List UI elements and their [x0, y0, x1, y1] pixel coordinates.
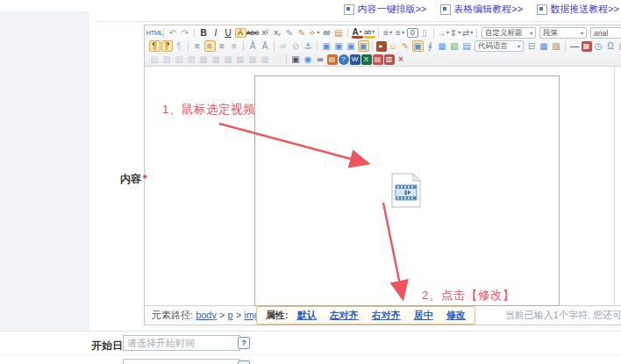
word-import-icon[interactable]: W	[350, 54, 360, 65]
popup-link[interactable]: 修改	[446, 310, 466, 320]
brush-icon[interactable]: ✎	[296, 27, 308, 39]
table-sort-icon[interactable]: ▢	[272, 54, 283, 65]
blockquote-icon[interactable]: 66	[321, 27, 332, 39]
custom-title-select[interactable]: 自定义标题▾	[482, 27, 536, 39]
strikethrough-button[interactable]: ABC	[247, 27, 259, 39]
paragraph-style-icon[interactable]: ▤	[333, 27, 345, 39]
insert-col-icon[interactable]: ▥	[161, 54, 173, 65]
paragraph-backward-icon[interactable]: ¶	[161, 40, 173, 52]
italic-button[interactable]: I	[211, 27, 222, 39]
ordered-list-button[interactable]: ≡▾	[382, 27, 394, 39]
align-center-icon[interactable]: ≡	[204, 40, 216, 52]
align-right-icon[interactable]: ≡	[217, 40, 228, 52]
link-icon[interactable]: ∞	[278, 40, 289, 52]
delete-row-icon[interactable]: ▤	[174, 54, 185, 65]
editor-toolbar: HTML↶↷BIUAABCX²X₂✎✎✧▾66▤A▾ab▾≡▾≡▾0▯→▾⇕▾⇄…	[145, 25, 621, 67]
excel-import-icon[interactable]: X	[361, 54, 372, 65]
tutorial-link[interactable]: 表格编辑教程>>	[453, 3, 523, 16]
remove-format-icon[interactable]: ✧▾	[309, 27, 320, 39]
popup-link[interactable]: 居中	[414, 310, 433, 320]
image-none-icon[interactable]: ▣	[321, 40, 332, 52]
gmap-icon[interactable]: ▧	[449, 40, 460, 52]
font-family-select[interactable]: arial▾	[590, 27, 621, 39]
font-color-button[interactable]: A▾	[352, 27, 363, 39]
letter-spacing-button[interactable]: ⇄▾	[462, 27, 474, 39]
line-height-button[interactable]: ⇕▾	[450, 27, 461, 39]
paragraph-forward-icon[interactable]: ¶	[149, 40, 161, 52]
tutorial-link[interactable]: 数据推送教程>>	[550, 3, 619, 16]
code-language-select[interactable]: 代码语言▾	[475, 40, 524, 52]
redo-icon[interactable]: ↷	[180, 27, 191, 39]
format-clear-icon[interactable]: ×	[396, 54, 407, 65]
template-icon[interactable]: ▦	[539, 40, 550, 52]
unlink-icon[interactable]: ⊘	[290, 40, 302, 52]
image-left-icon[interactable]: ▣	[333, 40, 345, 52]
second-date-input[interactable]	[123, 359, 240, 364]
highlight-color-button[interactable]: ab▾	[364, 27, 375, 39]
video-attribute-popup: 属性: 默认左对齐右对齐居中修改	[256, 306, 475, 325]
help-icon-start-date[interactable]: ?	[238, 337, 250, 349]
map-icon[interactable]: ▦	[437, 40, 448, 52]
align-justify-icon[interactable]: ≡	[229, 40, 240, 52]
undo-icon[interactable]: ↶	[168, 27, 179, 39]
align-left-icon[interactable]: ≡	[192, 40, 203, 52]
special-chars-icon[interactable]: Ω	[605, 40, 617, 52]
image-center-icon[interactable]: ▣	[358, 40, 369, 52]
format-painter-icon[interactable]: ✎	[284, 27, 296, 39]
chevron-down-icon: ▾	[389, 27, 392, 39]
paragraph-clear-icon[interactable]: ¶	[174, 40, 185, 52]
popup-link[interactable]: 右对齐	[372, 310, 401, 320]
merge-cells-icon[interactable]: ▦	[223, 54, 234, 65]
search-replace-icon[interactable]: ∞	[315, 54, 326, 65]
insert-frame-icon[interactable]: ▤	[461, 40, 473, 52]
video-placeholder-icon[interactable]	[391, 173, 421, 208]
element-path-link-body[interactable]: body	[196, 310, 217, 320]
underline-button[interactable]: U	[223, 27, 234, 39]
doc-red-icon[interactable]: ▤	[373, 54, 383, 65]
background-icon[interactable]: ▨	[551, 40, 562, 52]
case-convert-icon[interactable]: Ä	[260, 40, 271, 52]
insert-row-icon[interactable]: ▤	[149, 54, 161, 65]
ruby-annotation-icon[interactable]: Å	[247, 40, 259, 52]
split-cells-icon[interactable]: ▦	[260, 54, 271, 65]
form-icon[interactable]: ▥	[617, 40, 621, 52]
date-icon[interactable]: ▦	[582, 41, 592, 52]
source-code-button[interactable]: HTML	[149, 27, 161, 39]
element-path-link-p[interactable]: p	[228, 310, 233, 320]
video-icon[interactable]: ▸	[376, 41, 387, 52]
start-date-input[interactable]	[123, 335, 240, 351]
print-icon[interactable]: ▣	[290, 54, 302, 65]
insert-table-icon[interactable]: ▦	[198, 54, 210, 65]
tutorial-link-item: 数据推送教程>>	[537, 3, 619, 16]
screenshot-icon[interactable]: ▣	[412, 40, 424, 52]
font-border-button[interactable]: A	[235, 28, 246, 38]
blank-doc-icon[interactable]: ▯	[419, 27, 431, 39]
help-icon-second[interactable]: ?	[238, 360, 250, 364]
tutorial-link[interactable]: 内容一键排版>>	[357, 3, 426, 16]
delete-col-icon[interactable]: ▥	[186, 54, 197, 65]
delete-table-icon[interactable]: ▦	[211, 54, 222, 65]
attachment-icon[interactable]: ∮	[425, 40, 436, 52]
anchor-icon[interactable]: ⚓	[303, 40, 314, 52]
emotion-icon[interactable]: ☺	[388, 40, 399, 52]
doc-orange-icon[interactable]: ▥	[384, 54, 395, 65]
subscript-button[interactable]: X₂	[272, 27, 283, 39]
scrawl-icon[interactable]: ✎	[400, 40, 411, 52]
indent-button[interactable]: →▾	[438, 27, 449, 39]
help-icon[interactable]: ?	[339, 54, 349, 65]
paste-icon[interactable]: ▤	[327, 54, 338, 65]
popup-link[interactable]: 默认	[297, 310, 317, 320]
pagebreak-icon[interactable]: ⊟	[526, 40, 538, 52]
merge-down-icon[interactable]: ▦	[247, 54, 259, 65]
unordered-list-button[interactable]: ≡▾	[395, 27, 406, 39]
image-right-icon[interactable]: ▣	[346, 40, 357, 52]
superscript-button[interactable]: X²	[260, 27, 271, 39]
horizontal-rule-icon[interactable]: —	[569, 40, 581, 52]
popup-link[interactable]: 左对齐	[330, 310, 359, 320]
time-icon[interactable]: ◷	[593, 40, 604, 52]
bold-button[interactable]: B	[198, 27, 210, 39]
preview-icon[interactable]: ◉	[303, 54, 314, 65]
auto-typeset-icon[interactable]: 0	[407, 28, 418, 38]
paragraph-select[interactable]: 段落▾	[539, 27, 587, 39]
merge-right-icon[interactable]: ▦	[235, 54, 246, 65]
